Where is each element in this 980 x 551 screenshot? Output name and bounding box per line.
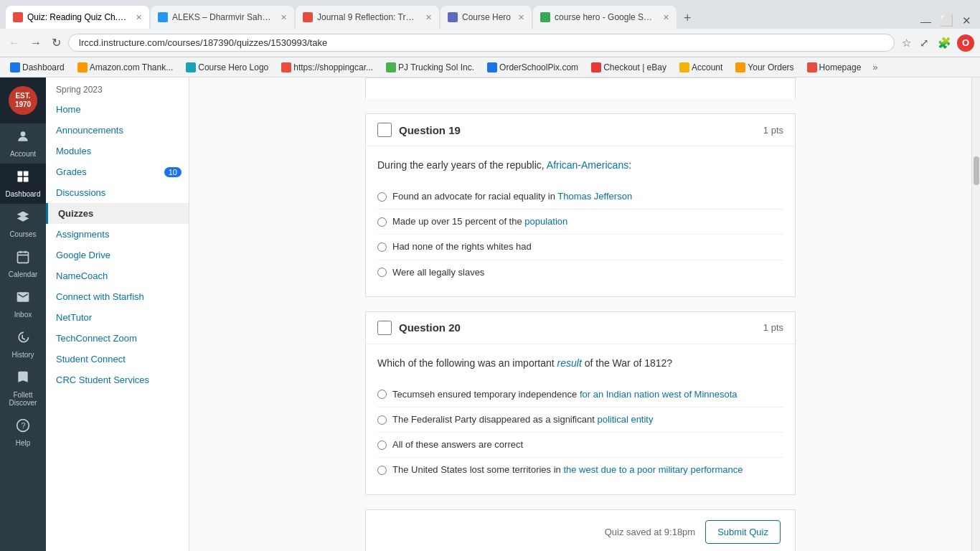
tab-coursehero[interactable]: Course Hero ✕ [440, 6, 532, 29]
tab-close-icon[interactable]: ✕ [663, 13, 669, 22]
sidebar-item-dashboard[interactable]: Dashboard [0, 164, 46, 204]
extensions-icon[interactable]: 🧩 [935, 35, 954, 51]
quiz-footer: Quiz saved at 9:18pm Submit Quiz [365, 509, 796, 552]
reload-button[interactable]: ↻ [49, 34, 64, 51]
answer-20-3-label: All of these answers are correct [392, 438, 523, 451]
courses-icon [16, 209, 30, 227]
bookmark-dashboard[interactable]: Dashboard [6, 61, 69, 74]
sidebar-item-account[interactable]: Account [0, 123, 46, 164]
url-bar[interactable] [68, 34, 895, 52]
bookmark-label: Your Orders [748, 62, 793, 72]
answer-20-4-radio[interactable] [377, 466, 387, 475]
sidebar-link-announcements[interactable]: Announcements [46, 120, 189, 141]
sidebar-link-modules[interactable]: Modules [46, 141, 189, 161]
tab-journal[interactable]: Journal 9 Reflection: Trusting... ✕ [296, 6, 439, 29]
tab-label: Journal 9 Reflection: Trusting... [317, 12, 418, 22]
account-icon [16, 129, 30, 147]
tab-bar: Quiz: Reading Quiz Ch. 7 - 8 ✕ ALEKS – D… [0, 0, 980, 29]
answer-20-3: All of these answers are correct [377, 433, 783, 458]
bookmark-star-icon[interactable]: ☆ [899, 35, 914, 51]
bookmark-account[interactable]: Account [675, 61, 727, 74]
bookmark-icon [591, 62, 601, 72]
sidebar-item-calendar[interactable]: Calendar [0, 244, 46, 284]
answer-19-3-radio[interactable] [377, 242, 387, 252]
question-19-flag[interactable] [377, 123, 392, 137]
browser-chrome: Quiz: Reading Quiz Ch. 7 - 8 ✕ ALEKS – D… [0, 0, 980, 77]
question-20-body: Which of the following was an important … [366, 344, 795, 494]
bookmark-homepage[interactable]: Homepage [803, 61, 866, 74]
sidebar-item-courses[interactable]: Courses [0, 204, 46, 244]
sidebar-link-nettutor[interactable]: NetTutor [46, 307, 189, 328]
restore-button[interactable]: ⬜ [937, 13, 956, 29]
sidebar-item-inbox[interactable]: Inbox [0, 284, 46, 324]
svg-rect-2 [24, 171, 29, 176]
tab-favicon [13, 12, 23, 22]
tab-close-icon[interactable]: ✕ [518, 13, 524, 22]
bookmarks-more[interactable]: » [872, 62, 877, 72]
sidebar-link-assignments[interactable]: Assignments [46, 224, 189, 245]
tab-quiz[interactable]: Quiz: Reading Quiz Ch. 7 - 8 ✕ [6, 6, 149, 29]
submit-quiz-button[interactable]: Submit Quiz [705, 520, 781, 544]
bookmark-shopping[interactable]: https://shoppingcar... [277, 61, 377, 74]
global-nav: EST.1970 Account Dashboard Courses Calen… [0, 77, 46, 551]
question-19-text: During the early years of the republic, … [377, 158, 783, 173]
sidebar-link-googledrive[interactable]: Google Drive [46, 245, 189, 265]
bookmark-icon [186, 62, 196, 72]
sidebar-link-namecoach[interactable]: NameCoach [46, 265, 189, 286]
bookmark-amazon[interactable]: Amazon.com Thank... [73, 61, 178, 74]
question-20-flag[interactable] [377, 321, 392, 335]
bookmark-label: Amazon.com Thank... [90, 62, 174, 72]
tab-close-icon[interactable]: ✕ [136, 13, 142, 22]
answer-19-4-radio[interactable] [377, 268, 387, 277]
answer-20-1-radio[interactable] [377, 390, 387, 399]
answer-20-4: The United States lost some territories … [377, 458, 783, 482]
sidebar-link-techconnect[interactable]: TechConnect Zoom [46, 328, 189, 349]
question-20-text: Which of the following was an important … [377, 356, 783, 371]
question-20-block: Question 20 1 pts Which of the following… [365, 311, 796, 495]
sidebar-link-crcstudent[interactable]: CRC Student Services [46, 369, 189, 390]
minimize-button[interactable]: — [918, 14, 934, 29]
answer-19-2-radio[interactable] [377, 217, 387, 227]
svg-rect-3 [18, 177, 23, 182]
tab-close-icon[interactable]: ✕ [425, 13, 432, 22]
sidebar-item-history[interactable]: History [0, 324, 46, 364]
scrollbar-thumb[interactable] [974, 156, 979, 185]
bookmark-label: Course Hero Logo [198, 62, 268, 72]
bookmark-icon [679, 62, 689, 72]
bookmark-your-orders[interactable]: Your Orders [731, 61, 798, 74]
profile-avatar[interactable]: O [957, 34, 974, 52]
question-20-pts: 1 pts [763, 322, 783, 333]
bookmark-pjtrucking[interactable]: PJ Trucking Sol Inc. [382, 61, 479, 74]
bookmark-coursehero-logo[interactable]: Course Hero Logo [182, 61, 273, 74]
question-20-title: Question 20 [399, 321, 461, 334]
tab-close-icon[interactable]: ✕ [281, 13, 287, 22]
sidebar-link-home[interactable]: Home [46, 99, 189, 120]
tab-label: Course Hero [462, 12, 511, 22]
sidebar-link-connectstarfish[interactable]: Connect with Starfish [46, 286, 189, 307]
forward-button[interactable]: → [27, 35, 44, 51]
sidebar-link-discussions[interactable]: Discussions [46, 182, 189, 203]
sidebar-item-follett[interactable]: FollettDiscover [0, 364, 46, 413]
new-tab-button[interactable]: + [678, 8, 697, 29]
inbox-icon [16, 290, 30, 308]
sidebar-link-grades[interactable]: Grades 10 [46, 161, 189, 182]
sidebar-item-help[interactable]: ? Help [0, 413, 46, 453]
close-button[interactable]: ✕ [959, 13, 974, 29]
course-term: Spring 2023 [46, 77, 189, 99]
tab-google[interactable]: course hero - Google Search ✕ [533, 6, 677, 29]
tab-aleks[interactable]: ALEKS – Dharmvir Sahota - M... ✕ [151, 6, 294, 29]
follett-nav-label: FollettDiscover [9, 391, 37, 407]
bookmark-orderschool[interactable]: OrderSchoolPix.com [483, 61, 583, 74]
bookmark-ebay[interactable]: Checkout | eBay [587, 61, 671, 74]
answer-20-2-radio[interactable] [377, 415, 387, 425]
sidebar-link-quizzes[interactable]: Quizzes [46, 203, 189, 224]
scrollbar[interactable] [971, 77, 980, 551]
back-button[interactable]: ← [6, 35, 23, 51]
bookmark-icon [735, 62, 745, 72]
answer-20-3-radio[interactable] [377, 441, 387, 450]
previous-question-partial [365, 77, 796, 99]
sidebar-link-studentconnect[interactable]: Student Connect [46, 349, 189, 369]
question-20-highlight: result [557, 357, 582, 369]
screen-capture-icon[interactable]: ⤢ [917, 35, 932, 51]
answer-19-1-radio[interactable] [377, 192, 387, 202]
